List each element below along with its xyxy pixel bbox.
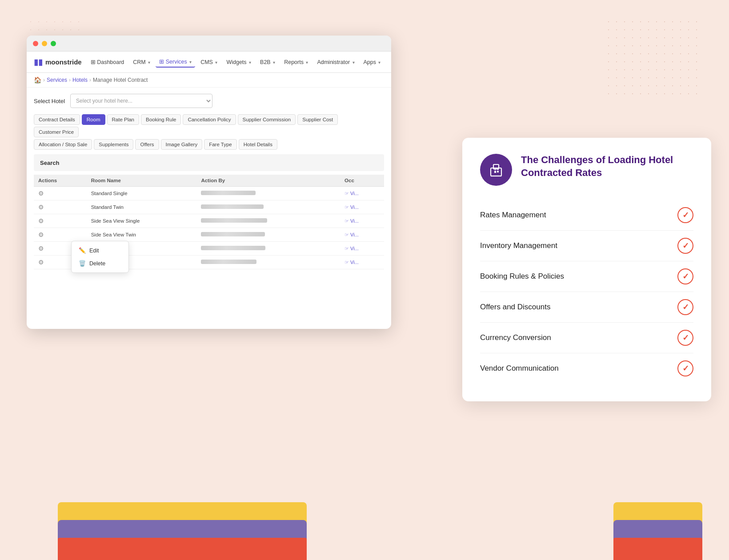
browser-dot-minimize[interactable]: [42, 41, 47, 46]
card-list-item: Currency Conversion: [480, 323, 693, 353]
context-menu-delete[interactable]: 🗑️ Delete: [72, 257, 128, 270]
nav-crm[interactable]: CRM ▾: [129, 57, 154, 67]
card-list: Rates ManagementInventory ManagementBook…: [480, 200, 693, 384]
nav-b2b[interactable]: B2B ▾: [256, 57, 279, 67]
action-icon[interactable]: ⚙: [38, 217, 44, 224]
navigation-bar: ▮▮ moonstride ⊞ Dashboard CRM ▾ ⊞ Servic…: [27, 52, 391, 73]
view-link[interactable]: ☞ Vi...: [344, 191, 359, 196]
tab-supplier-commission[interactable]: Supplier Commission: [238, 114, 296, 125]
view-link[interactable]: ☞ Vi...: [344, 260, 359, 265]
action-icon[interactable]: ⚙: [38, 204, 44, 211]
cell-action-by: [196, 228, 340, 242]
card-list-label: Vendor Communication: [480, 364, 559, 373]
cell-occ: ☞ Vi...: [340, 256, 384, 269]
check-circle-icon: [677, 207, 693, 223]
col-actions: Actions: [34, 175, 87, 187]
chevron-down-icon: ▾: [148, 60, 150, 65]
col-occ: Occ: [340, 175, 384, 187]
view-link[interactable]: ☞ Vi...: [344, 218, 359, 224]
cell-occ: ☞ Vi...: [340, 200, 384, 214]
tab-contract-details[interactable]: Contract Details: [34, 114, 80, 125]
chevron-down-icon: ▾: [273, 60, 275, 65]
tab-hotel-details[interactable]: Hotel Details: [239, 139, 277, 150]
nav-widgets[interactable]: Widgets ▾: [223, 57, 255, 67]
breadcrumb-services[interactable]: Services: [47, 77, 67, 83]
logo-text: moonstride: [45, 58, 82, 66]
view-link[interactable]: ☞ Vi...: [344, 246, 359, 251]
tab-customer-price[interactable]: Customer Price: [34, 127, 79, 137]
chevron-down-icon: ▾: [215, 60, 217, 65]
search-section: Search: [34, 154, 384, 171]
logo-icon: ▮▮: [34, 57, 43, 67]
hotel-building-icon: [488, 162, 504, 178]
cell-occ: ☞ Vi...: [340, 242, 384, 256]
cell-actions: ⚙: [34, 228, 87, 242]
browser-window: ▮▮ moonstride ⊞ Dashboard CRM ▾ ⊞ Servic…: [27, 36, 391, 329]
hotel-select-row: Select Hotel Select your hotel here...: [34, 94, 384, 108]
context-menu-edit[interactable]: ✏️ Edit: [72, 244, 128, 257]
tab-booking-rule[interactable]: Booking Rule: [141, 114, 181, 125]
context-menu-delete-label: Delete: [89, 260, 105, 267]
svg-rect-4: [494, 168, 496, 170]
tab-room[interactable]: Room: [82, 114, 105, 125]
card-list-item: Booking Rules & Policies: [480, 261, 693, 292]
svg-rect-2: [494, 171, 496, 173]
tab-offers[interactable]: Offers: [135, 139, 159, 150]
browser-dot-close[interactable]: [33, 41, 38, 46]
breadcrumb-hotels[interactable]: Hotels: [72, 77, 88, 83]
cell-actions: ⚙: [34, 214, 87, 228]
table-row: ⚙Side Sea View Single☞ Vi...: [34, 214, 384, 228]
nav-apps[interactable]: Apps ▾: [360, 57, 385, 67]
card-list-item: Vendor Communication: [480, 353, 693, 384]
card-list-item: Offers and Discounts: [480, 292, 693, 323]
bottom-block-red-right: [613, 538, 702, 560]
card-list-label: Offers and Discounts: [480, 303, 550, 312]
table-row: ⚙Side Sea View Twin☞ Vi...: [34, 228, 384, 242]
chevron-down-icon: ▾: [378, 60, 381, 65]
nav-reports[interactable]: Reports ▾: [280, 57, 312, 67]
nav-dashboard[interactable]: ⊞ Dashboard: [87, 57, 128, 67]
tab-image-gallery[interactable]: Image Gallery: [161, 139, 203, 150]
breadcrumb-home[interactable]: 🏠: [34, 76, 41, 84]
cell-action-by: [196, 256, 340, 269]
cell-room-name: Standard Single: [87, 187, 197, 200]
cell-action-by: [196, 200, 340, 214]
nav-administrator[interactable]: Administrator ▾: [313, 57, 358, 67]
services-icon: ⊞: [159, 59, 164, 65]
card-list-item: Inventory Management: [480, 231, 693, 261]
action-icon[interactable]: ⚙: [38, 259, 44, 266]
dots-decoration-right: [605, 18, 702, 98]
card-title: The Challenges of Loading Hotel Contract…: [521, 154, 693, 179]
tab-rate-plan[interactable]: Rate Plan: [107, 114, 140, 125]
action-icon[interactable]: ⚙: [38, 231, 44, 238]
cell-action-by: [196, 214, 340, 228]
action-icon[interactable]: ⚙: [38, 245, 44, 252]
card-header: The Challenges of Loading Hotel Contract…: [480, 154, 693, 186]
tabs-row-2: Allocation / Stop Sale Supplements Offer…: [34, 139, 384, 150]
grid-icon: ⊞: [91, 59, 96, 65]
tab-allocation-stop-sale[interactable]: Allocation / Stop Sale: [34, 139, 92, 150]
breadcrumb-current: Manage Hotel Contract: [93, 77, 148, 83]
tab-supplements[interactable]: Supplements: [94, 139, 133, 150]
browser-dot-maximize[interactable]: [51, 41, 56, 46]
check-circle-icon: [677, 299, 693, 315]
view-link[interactable]: ☞ Vi...: [344, 204, 359, 210]
cell-room-name: Side Sea View Single: [87, 214, 197, 228]
cell-occ: ☞ Vi...: [340, 187, 384, 200]
view-link[interactable]: ☞ Vi...: [344, 232, 359, 237]
nav-cms[interactable]: CMS ▾: [197, 57, 221, 67]
chevron-down-icon: ▾: [352, 60, 355, 65]
card-list-label: Inventory Management: [480, 241, 557, 250]
action-icon[interactable]: ⚙: [38, 190, 44, 197]
browser-titlebar: [27, 36, 391, 52]
context-menu: ✏️ Edit 🗑️ Delete: [71, 241, 129, 273]
hotel-select-dropdown[interactable]: Select your hotel here...: [70, 94, 212, 108]
tab-supplier-cost[interactable]: Supplier Cost: [297, 114, 338, 125]
card-icon-circle: [480, 154, 512, 186]
tab-cancellation-policy[interactable]: Cancellation Policy: [183, 114, 236, 125]
tab-fare-type[interactable]: Fare Type: [204, 139, 237, 150]
table-row: ⚙Standard Twin☞ Vi...: [34, 200, 384, 214]
breadcrumb: 🏠 › Services › Hotels › Manage Hotel Con…: [27, 73, 391, 88]
nav-services[interactable]: ⊞ Services ▾: [156, 56, 195, 68]
logo[interactable]: ▮▮ moonstride: [34, 57, 82, 67]
